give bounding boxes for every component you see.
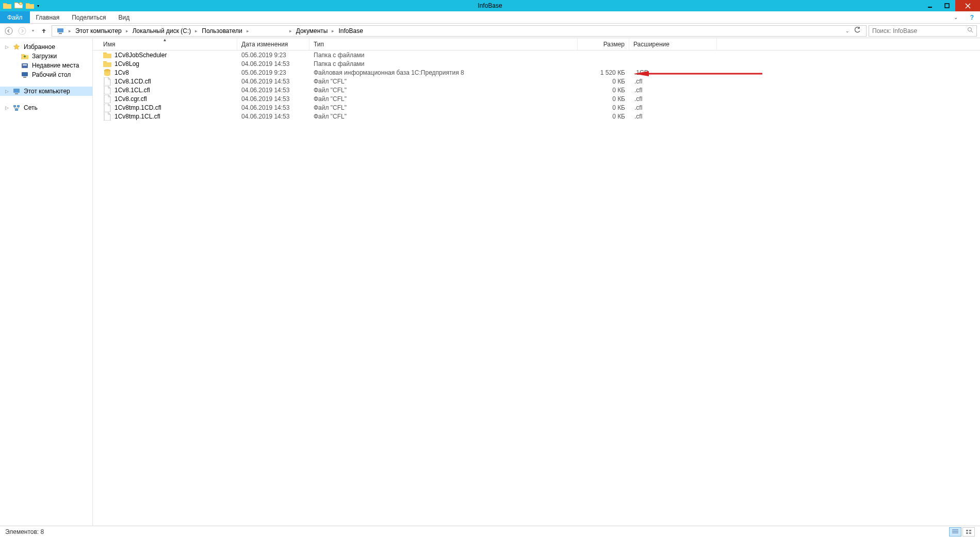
quick-launch: ▾ [0,2,39,10]
crumb-drive[interactable]: Локальный диск (C:) [130,26,193,36]
pc-icon[interactable] [54,26,67,36]
col-size[interactable]: Размер [578,38,629,50]
sidebar-recent[interactable]: Недавние места [0,61,92,70]
crumb-user[interactable] [251,26,287,36]
file-row[interactable]: 1Cv8JobScheduler05.06.2019 9:23Папка с ф… [93,51,980,59]
minimize-button[interactable] [921,0,938,11]
sidebar-favorites[interactable]: ▷ Избранное [0,42,92,52]
collapse-icon[interactable]: ▷ [4,89,9,94]
crumb-documents[interactable]: Документы [294,26,330,36]
sidebar-thispc[interactable]: ▷ Этот компьютер [0,87,92,96]
file-row[interactable]: 1Cv8Log04.06.2019 14:53Папка с файлами [93,59,980,68]
search-box[interactable] [869,25,977,37]
navbar: ▾ ▸ Этот компьютер ▸ Локальный диск (C:)… [0,24,980,38]
col-type[interactable]: Тип [309,38,578,50]
file-type: Файл "CFL" [309,113,578,120]
sidebar-downloads[interactable]: Загрузки [0,52,92,61]
chevron-right-icon[interactable]: ▸ [68,28,72,33]
breadcrumb-dropdown-icon[interactable]: ⌄ [845,28,850,33]
sidebar: ▷ Избранное Загрузки Недавние места Рабо… [0,38,93,526]
breadcrumb[interactable]: ▸ Этот компьютер ▸ Локальный диск (C:) ▸… [52,25,867,37]
search-input[interactable] [872,27,973,35]
sidebar-label: Избранное [24,43,55,51]
sidebar-label: Загрузки [32,53,57,60]
recent-icon [21,61,29,70]
file-name: 1Cv8tmp.1CL.cfl [115,113,160,120]
sidebar-label: Рабочий стол [32,71,71,78]
col-label: Расширение [633,41,669,48]
database-icon [103,69,111,77]
close-button[interactable] [955,0,980,11]
ribbon: Файл Главная Поделиться Вид ⌄ ? [0,11,980,24]
sidebar-desktop[interactable]: Рабочий стол [0,70,92,79]
svg-rect-16 [15,93,18,94]
chevron-right-icon[interactable]: ▸ [194,28,199,33]
chevron-right-icon[interactable]: ▸ [246,28,250,33]
file-row[interactable]: 1Cv8tmp.1CD.cfl04.06.2019 14:53Файл "CFL… [93,103,980,112]
folder-icon[interactable] [3,2,11,9]
ribbon-expand-icon[interactable]: ⌄ [948,11,964,23]
file-date: 04.06.2019 14:53 [237,104,309,111]
status-items-label: Элементов: [5,528,39,535]
back-button[interactable] [3,25,14,37]
tab-home[interactable]: Главная [30,11,66,23]
tab-share[interactable]: Поделиться [66,11,112,23]
chevron-right-icon[interactable]: ▸ [125,28,129,33]
file-date: 04.06.2019 14:53 [237,78,309,85]
sidebar-network[interactable]: ▷ Сеть [0,103,92,112]
file-row[interactable]: 1Cv805.06.2019 9:23Файловая информационн… [93,68,980,77]
svg-rect-13 [22,72,28,76]
tab-file[interactable]: Файл [0,11,30,23]
qat-dropdown-icon[interactable]: ▾ [37,4,39,8]
col-label: Размер [603,41,625,48]
file-type: Файл "CFL" [309,104,578,111]
file-ext: .1CD [629,69,717,76]
view-icons-button[interactable] [962,527,975,536]
file-row[interactable]: 1Cv8.cgr.cfl04.06.2019 14:53Файл "CFL"0 … [93,94,980,103]
file-ext: .cfl [629,104,717,111]
file-name: 1Cv8.cgr.cfl [115,95,147,103]
svg-rect-29 [966,532,968,534]
up-button[interactable] [38,25,50,37]
crumb-users[interactable]: Пользователи [200,26,244,36]
collapse-icon[interactable]: ▷ [4,44,9,49]
file-row[interactable]: 1Cv8.1CD.cfl04.06.2019 14:53Файл "CFL"0 … [93,77,980,86]
file-row[interactable]: 1Cv8.1CL.cfl04.06.2019 14:53Файл "CFL"0 … [93,86,980,94]
file-row[interactable]: 1Cv8tmp.1CL.cfl04.06.2019 14:53Файл "CFL… [93,112,980,121]
svg-rect-18 [17,105,20,107]
col-label: Имя [103,41,115,48]
file-type: Файл "CFL" [309,95,578,103]
help-icon[interactable]: ? [964,11,980,23]
refresh-icon[interactable] [854,26,861,35]
file-type: Файл "CFL" [309,78,578,85]
file-ext: .cfl [629,78,717,85]
forward-button[interactable] [17,25,28,37]
col-ext[interactable]: Расширение [629,38,717,50]
svg-rect-15 [13,89,20,93]
downloads-icon [21,52,29,60]
file-ext: .cfl [629,87,717,94]
crumb-infobase[interactable]: InfoBase [336,26,365,36]
titlebar: ▾ InfoBase [0,0,980,11]
svg-rect-19 [15,109,18,111]
maximize-button[interactable] [938,0,955,11]
chevron-right-icon[interactable]: ▸ [331,28,335,33]
col-label: Дата изменения [241,41,288,48]
folder-open-icon[interactable] [26,2,34,9]
chevron-right-icon[interactable]: ▸ [288,28,293,33]
search-icon [967,27,973,35]
file-icon [103,95,111,103]
tab-view[interactable]: Вид [112,11,136,23]
file-size: 0 КБ [578,104,629,111]
col-date[interactable]: Дата изменения [237,38,309,50]
history-dropdown-icon[interactable]: ▾ [30,25,36,37]
svg-rect-2 [945,4,949,8]
main: ▷ Избранное Загрузки Недавние места Рабо… [0,38,980,526]
file-pane: ▲Имя Дата изменения Тип Размер Расширени… [93,38,980,526]
view-details-button[interactable] [949,527,961,536]
col-name[interactable]: ▲Имя [93,38,237,50]
collapse-icon[interactable]: ▷ [4,105,9,110]
crumb-thispc[interactable]: Этот компьютер [73,26,124,36]
new-folder-icon[interactable] [14,2,23,10]
svg-line-3 [966,4,970,8]
